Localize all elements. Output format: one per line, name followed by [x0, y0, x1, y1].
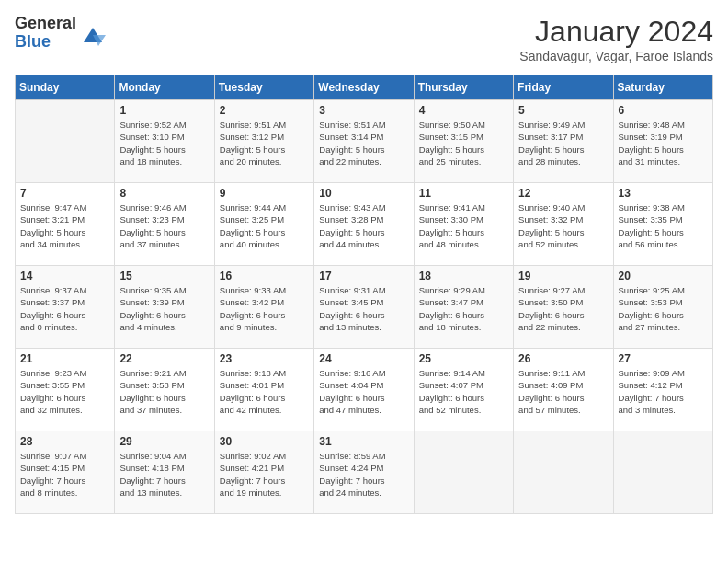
calendar-cell: 26Sunrise: 9:11 AMSunset: 4:09 PMDayligh… [514, 349, 613, 431]
month-title: January 2024 [519, 15, 713, 49]
day-info: Sunrise: 9:23 AMSunset: 3:55 PMDaylight:… [20, 367, 109, 416]
day-info: Sunrise: 9:35 AMSunset: 3:39 PMDaylight:… [119, 284, 209, 333]
week-row-4: 21Sunrise: 9:23 AMSunset: 3:55 PMDayligh… [16, 349, 713, 431]
calendar-cell: 17Sunrise: 9:31 AMSunset: 3:45 PMDayligh… [314, 266, 414, 349]
calendar-cell: 25Sunrise: 9:14 AMSunset: 4:07 PMDayligh… [414, 349, 513, 431]
day-number: 13 [619, 187, 708, 200]
day-number: 24 [319, 352, 408, 365]
day-info: Sunrise: 9:49 AMSunset: 3:17 PMDaylight:… [518, 119, 608, 167]
weekday-saturday: Saturday [613, 75, 712, 100]
day-number: 9 [220, 187, 309, 200]
calendar-cell: 12Sunrise: 9:40 AMSunset: 3:32 PMDayligh… [514, 183, 613, 266]
day-info: Sunrise: 9:44 AMSunset: 3:25 PMDaylight:… [220, 201, 309, 250]
calendar-cell [514, 431, 613, 514]
day-number: 25 [419, 352, 508, 365]
logo-blue: Blue [15, 33, 76, 52]
weekday-thursday: Thursday [414, 75, 513, 100]
day-info: Sunrise: 9:31 AMSunset: 3:45 PMDaylight:… [319, 284, 408, 333]
calendar-cell: 23Sunrise: 9:18 AMSunset: 4:01 PMDayligh… [214, 349, 313, 431]
day-info: Sunrise: 8:59 AMSunset: 4:24 PMDaylight:… [319, 450, 408, 499]
day-info: Sunrise: 9:50 AMSunset: 3:15 PMDaylight:… [419, 119, 508, 167]
day-number: 11 [419, 187, 508, 200]
day-info: Sunrise: 9:14 AMSunset: 4:07 PMDaylight:… [419, 367, 508, 416]
day-number: 8 [119, 187, 209, 200]
day-number: 14 [20, 270, 109, 282]
day-info: Sunrise: 9:48 AMSunset: 3:19 PMDaylight:… [619, 119, 708, 167]
calendar-cell: 30Sunrise: 9:02 AMSunset: 4:21 PMDayligh… [214, 431, 313, 514]
day-info: Sunrise: 9:46 AMSunset: 3:23 PMDaylight:… [119, 201, 209, 250]
calendar-body: 1Sunrise: 9:52 AMSunset: 3:10 PMDaylight… [16, 100, 713, 514]
calendar-cell [613, 431, 712, 514]
week-row-1: 1Sunrise: 9:52 AMSunset: 3:10 PMDaylight… [16, 100, 713, 183]
weekday-wednesday: Wednesday [314, 75, 414, 100]
day-info: Sunrise: 9:11 AMSunset: 4:09 PMDaylight:… [518, 367, 608, 416]
day-number: 29 [119, 435, 209, 448]
calendar-cell: 2Sunrise: 9:51 AMSunset: 3:12 PMDaylight… [214, 100, 313, 183]
calendar-cell: 29Sunrise: 9:04 AMSunset: 4:18 PMDayligh… [115, 431, 214, 514]
day-info: Sunrise: 9:18 AMSunset: 4:01 PMDaylight:… [220, 367, 309, 416]
day-number: 27 [619, 352, 708, 365]
day-number: 17 [319, 270, 408, 282]
day-info: Sunrise: 9:52 AMSunset: 3:10 PMDaylight:… [119, 119, 209, 167]
calendar-cell: 20Sunrise: 9:25 AMSunset: 3:53 PMDayligh… [613, 266, 712, 349]
location: Sandavagur, Vagar, Faroe Islands [519, 49, 713, 63]
day-number: 30 [220, 435, 309, 448]
day-number: 23 [220, 352, 309, 365]
day-number: 20 [619, 270, 708, 282]
logo-general: General [15, 15, 76, 33]
calendar-cell: 11Sunrise: 9:41 AMSunset: 3:30 PMDayligh… [414, 183, 513, 266]
day-number: 12 [518, 187, 608, 200]
calendar-cell [16, 100, 115, 183]
calendar-cell: 8Sunrise: 9:46 AMSunset: 3:23 PMDaylight… [115, 183, 214, 266]
day-number: 18 [419, 270, 508, 282]
day-number: 6 [619, 104, 708, 117]
day-info: Sunrise: 9:04 AMSunset: 4:18 PMDaylight:… [119, 450, 209, 499]
day-info: Sunrise: 9:02 AMSunset: 4:21 PMDaylight:… [220, 450, 309, 499]
calendar-cell: 22Sunrise: 9:21 AMSunset: 3:58 PMDayligh… [115, 349, 214, 431]
day-info: Sunrise: 9:21 AMSunset: 3:58 PMDaylight:… [119, 367, 209, 416]
week-row-5: 28Sunrise: 9:07 AMSunset: 4:15 PMDayligh… [16, 431, 713, 514]
day-info: Sunrise: 9:16 AMSunset: 4:04 PMDaylight:… [319, 367, 408, 416]
day-number: 10 [319, 187, 408, 200]
calendar-cell: 21Sunrise: 9:23 AMSunset: 3:55 PMDayligh… [16, 349, 115, 431]
day-number: 2 [220, 104, 309, 117]
calendar-cell: 19Sunrise: 9:27 AMSunset: 3:50 PMDayligh… [514, 266, 613, 349]
day-info: Sunrise: 9:33 AMSunset: 3:42 PMDaylight:… [220, 284, 309, 333]
weekday-sunday: Sunday [16, 75, 115, 100]
day-info: Sunrise: 9:38 AMSunset: 3:35 PMDaylight:… [619, 201, 708, 250]
calendar-cell: 13Sunrise: 9:38 AMSunset: 3:35 PMDayligh… [613, 183, 712, 266]
day-info: Sunrise: 9:25 AMSunset: 3:53 PMDaylight:… [619, 284, 708, 333]
calendar-cell: 24Sunrise: 9:16 AMSunset: 4:04 PMDayligh… [314, 349, 414, 431]
day-info: Sunrise: 9:41 AMSunset: 3:30 PMDaylight:… [419, 201, 508, 250]
weekday-tuesday: Tuesday [214, 75, 313, 100]
logo: General Blue [15, 15, 106, 52]
day-info: Sunrise: 9:51 AMSunset: 3:12 PMDaylight:… [220, 119, 309, 167]
day-number: 19 [518, 270, 608, 282]
logo-icon [80, 20, 106, 46]
calendar-table: SundayMondayTuesdayWednesdayThursdayFrid… [15, 75, 713, 514]
calendar-cell: 9Sunrise: 9:44 AMSunset: 3:25 PMDaylight… [214, 183, 313, 266]
calendar-cell [414, 431, 513, 514]
day-number: 3 [319, 104, 408, 117]
day-info: Sunrise: 9:07 AMSunset: 4:15 PMDaylight:… [20, 450, 109, 499]
calendar-cell: 18Sunrise: 9:29 AMSunset: 3:47 PMDayligh… [414, 266, 513, 349]
day-number: 21 [20, 352, 109, 365]
calendar-cell: 7Sunrise: 9:47 AMSunset: 3:21 PMDaylight… [16, 183, 115, 266]
day-info: Sunrise: 9:09 AMSunset: 4:12 PMDaylight:… [619, 367, 708, 416]
title-section: January 2024 Sandavagur, Vagar, Faroe Is… [519, 15, 713, 63]
day-info: Sunrise: 9:43 AMSunset: 3:28 PMDaylight:… [319, 201, 408, 250]
day-number: 7 [20, 187, 109, 200]
calendar-cell: 31Sunrise: 8:59 AMSunset: 4:24 PMDayligh… [314, 431, 414, 514]
calendar-cell: 27Sunrise: 9:09 AMSunset: 4:12 PMDayligh… [613, 349, 712, 431]
day-info: Sunrise: 9:29 AMSunset: 3:47 PMDaylight:… [419, 284, 508, 333]
calendar-cell: 16Sunrise: 9:33 AMSunset: 3:42 PMDayligh… [214, 266, 313, 349]
day-number: 15 [119, 270, 209, 282]
day-number: 4 [419, 104, 508, 117]
day-number: 5 [518, 104, 608, 117]
calendar-cell: 10Sunrise: 9:43 AMSunset: 3:28 PMDayligh… [314, 183, 414, 266]
day-info: Sunrise: 9:37 AMSunset: 3:37 PMDaylight:… [20, 284, 109, 333]
calendar-cell: 15Sunrise: 9:35 AMSunset: 3:39 PMDayligh… [115, 266, 214, 349]
day-number: 1 [119, 104, 209, 117]
calendar-cell: 14Sunrise: 9:37 AMSunset: 3:37 PMDayligh… [16, 266, 115, 349]
day-info: Sunrise: 9:51 AMSunset: 3:14 PMDaylight:… [319, 119, 408, 167]
